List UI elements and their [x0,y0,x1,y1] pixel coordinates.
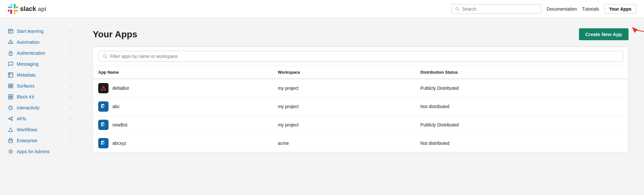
svg-point-35 [103,54,106,57]
main-content: Your Apps Create New App [77,18,644,195]
sidebar-item-automation[interactable]: Automation › [0,37,77,48]
sidebar-item-left-surfaces: Surfaces [8,83,34,89]
sidebar-label-automation: Automation [17,40,40,45]
sidebar-item-authentication[interactable]: Authentication › [0,48,77,59]
sidebar-label-start-learning: Start learning [17,29,43,34]
arrow-annotation [631,23,644,46]
sidebar-label-apps-for-admins: Apps for Admins [17,149,50,154]
table-row[interactable]: abc my project Not distributed [93,98,628,116]
sidebar-label-metadata: Metadata [17,72,35,78]
table-row[interactable]: newBot my project Publicly Distributed [93,116,628,134]
documentation-link[interactable]: Documentation [546,6,577,12]
svg-point-25 [11,119,13,121]
sidebar-item-left-automation: Automation [8,39,40,45]
filter-box[interactable] [98,51,623,62]
cell-distribution-status: Not distributed [415,134,628,153]
sidebar-item-enterprise[interactable]: Enterprise › [0,135,77,146]
svg-point-32 [9,150,13,153]
filter-input[interactable] [110,54,618,59]
cell-workspace: my project [273,116,415,134]
svg-point-10 [10,54,11,54]
chevron-right-icon-start-learning: › [70,30,71,33]
sidebar-item-apis[interactable]: APIs › [0,113,77,124]
filter-search-icon [103,54,108,59]
svg-rect-14 [8,84,10,86]
sidebar-item-left-messaging: Messaging [8,61,39,67]
svg-rect-20 [8,97,10,99]
top-header: slack api Documentation Tutorials Your A… [0,0,644,18]
apps-table: App Name Workspace Distribution Status d… [93,66,628,152]
cell-distribution-status: Publicly Distributed [415,79,628,98]
sidebar-item-left-interactivity: Interactivity [8,105,40,111]
chevron-right-icon-messaging: › [70,62,71,66]
sidebar-label-interactivity: Interactivity [17,105,40,110]
automation-icon [8,39,14,45]
logo-area: slack api [8,4,46,14]
table-row[interactable]: abcxyz acme Not distributed [93,134,628,153]
app-name-cell: newBot [98,120,268,130]
apis-icon [8,116,14,122]
enterprise-icon [8,138,14,144]
app-name-text: abcxyz [112,141,127,146]
metadata-icon [8,72,14,78]
app-name-cell: abcxyz [98,138,268,148]
svg-rect-15 [11,84,13,86]
app-name-text: abc [112,104,120,109]
sidebar-item-apps-for-admins[interactable]: Apps for Admins › [0,146,77,157]
sidebar-item-left-block-kit: Block Kit [8,94,34,100]
search-input[interactable] [462,6,537,12]
create-area: Create New App [579,28,629,40]
your-apps-button[interactable]: Your Apps [604,4,636,14]
svg-rect-19 [11,95,13,97]
filter-row [93,47,628,66]
sidebar-label-authentication: Authentication [17,51,45,56]
sidebar-label-messaging: Messaging [17,61,39,67]
svg-point-22 [9,106,13,110]
sidebar-item-surfaces[interactable]: Surfaces › [0,80,77,91]
chevron-right-icon-authentication: › [70,51,71,55]
sidebar-item-metadata[interactable]: Metadata › [0,70,77,80]
main-layout: Start learning › Automation › Authentica… [0,18,644,195]
chevron-right-icon-metadata: › [70,73,71,77]
start-learning-icon [8,28,14,34]
sidebar-label-enterprise: Enterprise [17,138,37,143]
svg-point-31 [10,151,12,153]
sidebar-item-interactivity[interactable]: Interactivity › [0,102,77,113]
block-kit-icon [8,94,14,100]
col-app-name: App Name [93,66,273,79]
cell-app-name: abcxyz [93,134,273,153]
cell-app-name: deltaBot [93,79,273,98]
app-name-text: newBot [112,122,128,127]
table-row[interactable]: deltaBot my project Publicly Distributed [93,79,628,98]
apps-container: App Name Workspace Distribution Status d… [93,47,629,153]
svg-line-33 [634,30,644,42]
cell-app-name: abc [93,98,273,116]
sidebar-item-block-kit[interactable]: Block Kit › [0,91,77,102]
chevron-right-icon-enterprise: › [70,139,71,143]
svg-rect-11 [8,73,13,77]
sidebar-item-left-apis: APIs [8,116,26,122]
cell-distribution-status: Not distributed [415,98,628,116]
slack-logo-icon [8,4,18,14]
chevron-right-icon-surfaces: › [70,84,71,88]
col-workspace: Workspace [273,66,415,79]
sidebar-item-messaging[interactable]: Messaging › [0,59,77,70]
chevron-right-icon-apps-for-admins: › [70,150,71,153]
create-new-app-button[interactable]: Create New App [579,28,629,40]
svg-point-39 [103,89,104,90]
apps-for-admins-icon [8,149,14,154]
sidebar-item-workflows[interactable]: Workflows › [0,124,77,135]
svg-line-1 [458,10,459,11]
workflows-icon [8,127,14,133]
page-title: Your Apps [93,29,137,40]
cell-workspace: my project [273,98,415,116]
chevron-right-icon-interactivity: › [70,106,71,110]
messaging-icon [8,61,14,67]
search-box[interactable] [451,4,541,14]
svg-line-26 [10,118,11,119]
sidebar-item-start-learning[interactable]: Start learning › [0,26,77,37]
sidebar-item-left-start-learning: Start learning [8,28,43,34]
svg-marker-28 [9,128,13,132]
tutorials-link[interactable]: Tutorials [582,6,599,12]
search-icon [455,7,459,11]
